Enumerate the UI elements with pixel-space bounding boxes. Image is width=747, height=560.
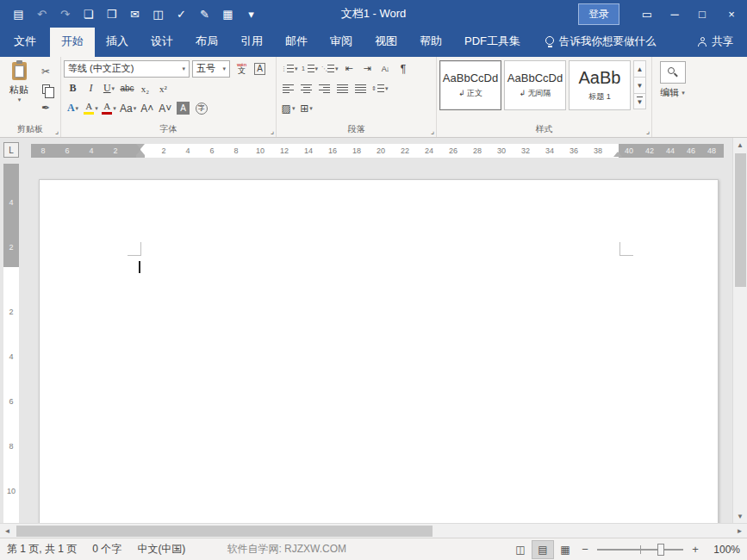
tab-selector-button[interactable]: L bbox=[3, 142, 19, 158]
language-indicator[interactable]: 中文(中国) bbox=[137, 542, 185, 557]
sort-button[interactable]: A↓ bbox=[377, 60, 395, 78]
table-icon[interactable]: ▦ bbox=[216, 3, 240, 25]
increase-indent-button[interactable]: ⇥ bbox=[358, 60, 377, 78]
scroll-left-button[interactable]: ◄ bbox=[0, 524, 15, 538]
web-layout-button[interactable]: ▦ bbox=[554, 540, 576, 559]
zoom-out-button[interactable]: − bbox=[576, 540, 594, 559]
tab-references[interactable]: 引用 bbox=[229, 27, 274, 57]
paste-button[interactable]: 粘贴 ▾ bbox=[3, 59, 35, 115]
change-case-button[interactable]: Aa▾ bbox=[118, 100, 138, 117]
underline-button[interactable]: U▾ bbox=[100, 80, 118, 97]
scroll-right-button[interactable]: ► bbox=[732, 524, 747, 538]
page-info[interactable]: 第 1 页, 共 1 页 bbox=[7, 542, 77, 557]
zoom-level[interactable]: 100% bbox=[704, 544, 740, 556]
shading-button[interactable]: ▨▾ bbox=[279, 100, 297, 117]
save-icon[interactable]: ▤ bbox=[7, 3, 30, 25]
tab-mailings[interactable]: 邮件 bbox=[274, 27, 319, 57]
horizontal-scroll-thumb[interactable] bbox=[16, 526, 433, 537]
vertical-scroll-track[interactable] bbox=[733, 152, 747, 509]
text-effects-button[interactable]: A▾ bbox=[64, 100, 82, 117]
multilevel-list-button[interactable]: ⋱▾ bbox=[320, 60, 340, 78]
bold-button[interactable]: B bbox=[64, 80, 82, 97]
justify-button[interactable] bbox=[333, 80, 352, 97]
new-document-icon[interactable]: ❏ bbox=[77, 3, 100, 25]
tab-review[interactable]: 审阅 bbox=[319, 27, 364, 57]
align-center-button[interactable] bbox=[297, 80, 315, 97]
spelling-check-icon[interactable]: ✓ bbox=[170, 3, 193, 25]
minimize-button[interactable]: ─ bbox=[661, 0, 688, 28]
login-button[interactable]: 登录 bbox=[578, 3, 619, 25]
tab-help[interactable]: 帮助 bbox=[408, 27, 453, 57]
document-page[interactable] bbox=[39, 179, 719, 523]
zoom-in-button[interactable]: + bbox=[687, 540, 704, 559]
tell-me-box[interactable]: 告诉我你想要做什么 bbox=[545, 34, 657, 57]
zoom-slider-thumb[interactable] bbox=[657, 544, 664, 556]
decrease-indent-button[interactable]: ⇤ bbox=[340, 60, 358, 78]
ribbon-display-options-icon[interactable]: ▭ bbox=[633, 0, 661, 28]
tab-design[interactable]: 设计 bbox=[140, 27, 184, 57]
redo-icon[interactable]: ↷ bbox=[53, 3, 77, 25]
grow-font-button[interactable]: A˄ bbox=[138, 100, 156, 117]
email-icon[interactable]: ✉ bbox=[123, 3, 146, 25]
tab-view[interactable]: 视图 bbox=[364, 27, 408, 57]
close-button[interactable]: × bbox=[716, 0, 747, 28]
align-right-button[interactable] bbox=[315, 80, 333, 97]
left-indent-marker[interactable] bbox=[136, 155, 145, 158]
tab-insert[interactable]: 插入 bbox=[95, 27, 140, 57]
styles-scroll-down-button[interactable]: ▼ bbox=[633, 77, 646, 93]
numbering-button[interactable]: 1▾ bbox=[300, 60, 321, 78]
right-indent-marker[interactable] bbox=[613, 152, 622, 157]
horizontal-scrollbar[interactable]: ◄ ► bbox=[0, 523, 747, 538]
superscript-button[interactable]: x² bbox=[154, 80, 172, 97]
copy-button[interactable] bbox=[35, 81, 56, 97]
dialog-launcher-icon[interactable]: ⌟ bbox=[431, 128, 434, 135]
character-shading-button[interactable]: A bbox=[174, 100, 192, 117]
character-border-button[interactable]: A bbox=[251, 60, 269, 78]
cut-button[interactable]: ✂ bbox=[35, 63, 56, 79]
enclose-characters-button[interactable]: 字 bbox=[192, 100, 210, 117]
scroll-up-button[interactable]: ▲ bbox=[733, 138, 747, 152]
style-card-heading1[interactable]: AaBb 标题 1 bbox=[569, 60, 631, 110]
align-left-button[interactable] bbox=[279, 80, 297, 97]
bullets-button[interactable]: ⋮▾ bbox=[279, 60, 300, 78]
maximize-button[interactable]: □ bbox=[688, 0, 716, 28]
dialog-launcher-icon[interactable]: ⌟ bbox=[646, 128, 650, 135]
tab-home[interactable]: 开始 bbox=[50, 27, 95, 57]
highlight-color-button[interactable]: A ▾ bbox=[82, 100, 100, 117]
dialog-launcher-icon[interactable]: ⌟ bbox=[55, 128, 59, 135]
scroll-down-button[interactable]: ▼ bbox=[733, 509, 747, 523]
pencil-icon[interactable]: ✎ bbox=[193, 3, 216, 25]
font-name-combobox[interactable]: 等线 (中文正文) ▾ bbox=[64, 60, 190, 78]
undo-icon[interactable]: ↶ bbox=[30, 3, 53, 25]
font-size-combobox[interactable]: 五号 ▾ bbox=[192, 60, 230, 78]
print-preview-icon[interactable]: ◫ bbox=[146, 3, 170, 25]
style-card-no-spacing[interactable]: AaBbCcDd ↲ 无间隔 bbox=[504, 60, 566, 110]
distribute-button[interactable] bbox=[352, 80, 370, 97]
vertical-scrollbar[interactable]: ▲ ▼ bbox=[732, 138, 747, 523]
borders-button[interactable]: ⊞▾ bbox=[297, 100, 315, 117]
zoom-slider[interactable] bbox=[597, 549, 683, 551]
styles-more-button[interactable]: ▼ bbox=[633, 93, 646, 109]
share-button[interactable]: 共享 bbox=[684, 34, 747, 57]
tab-layout[interactable]: 布局 bbox=[184, 27, 229, 57]
styles-scroll-up-button[interactable]: ▲ bbox=[633, 60, 646, 77]
read-mode-button[interactable]: ◫ bbox=[509, 540, 532, 559]
show-hide-marks-button[interactable]: ¶ bbox=[395, 60, 413, 78]
phonetic-guide-button[interactable]: wén 文 bbox=[233, 60, 251, 78]
italic-button[interactable]: I bbox=[82, 80, 100, 97]
line-spacing-button[interactable]: ⇕▾ bbox=[370, 80, 390, 97]
format-painter-button[interactable]: ✒ bbox=[35, 99, 56, 115]
print-layout-button[interactable]: ▤ bbox=[532, 540, 554, 559]
tab-pdf-tools[interactable]: PDF工具集 bbox=[453, 27, 532, 57]
horizontal-scroll-track[interactable] bbox=[15, 524, 732, 538]
style-card-normal[interactable]: AaBbCcDd ↲ 正文 bbox=[439, 60, 501, 110]
find-button[interactable] bbox=[660, 61, 686, 84]
word-count[interactable]: 0 个字 bbox=[92, 542, 121, 557]
font-color-button[interactable]: A ▾ bbox=[100, 100, 118, 117]
shrink-font-button[interactable]: A˅ bbox=[156, 100, 174, 117]
strikethrough-button[interactable]: abc bbox=[118, 80, 136, 97]
open-file-icon[interactable]: ❒ bbox=[100, 3, 123, 25]
dialog-launcher-icon[interactable]: ⌟ bbox=[271, 128, 274, 135]
subscript-button[interactable]: x₂ bbox=[136, 80, 154, 97]
qat-customize-icon[interactable]: ▾ bbox=[240, 3, 263, 25]
